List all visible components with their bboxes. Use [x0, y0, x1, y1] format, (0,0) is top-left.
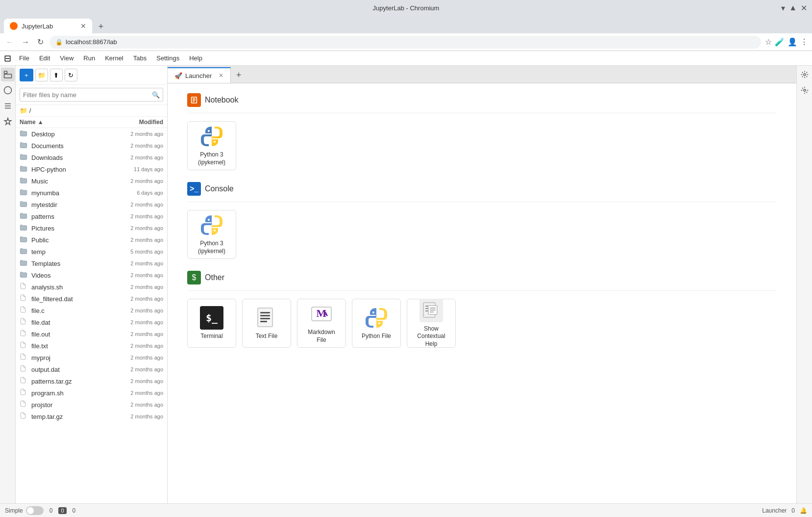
reload-button[interactable]: ↻ [35, 35, 46, 49]
list-item[interactable]: Templates2 months ago [16, 258, 167, 269]
contextual-help-card[interactable]: Show Contextual Help [407, 299, 456, 348]
bell-icon[interactable]: 🔔 [800, 507, 807, 514]
svg-rect-18 [260, 321, 267, 322]
file-modified: 2 months ago [104, 237, 163, 243]
svg-point-11 [214, 141, 216, 143]
col-name-header[interactable]: Name ▲ [20, 119, 104, 126]
right-settings-icon[interactable] [798, 68, 812, 81]
pythonfile-card[interactable]: Python File [352, 299, 401, 348]
svg-point-13 [214, 230, 216, 232]
menu-settings[interactable]: Settings [152, 52, 183, 64]
window-minimize[interactable]: ▾ [781, 3, 785, 13]
svg-point-2 [4, 87, 11, 94]
list-item[interactable]: Pictures2 months ago [16, 222, 167, 234]
list-item[interactable]: patterns2 months ago [16, 210, 167, 222]
bookmark-icon[interactable]: ☆ [765, 37, 772, 47]
list-item[interactable]: temp.tar.gz2 months ago [16, 411, 167, 422]
rail-commands-icon[interactable] [1, 99, 15, 113]
list-item[interactable]: patterns.tar.gz2 months ago [16, 375, 167, 387]
new-folder-button[interactable]: 📁 [35, 69, 48, 81]
markdown-card[interactable]: M Markdown File [297, 299, 346, 348]
list-item[interactable]: program.sh2 months ago [16, 387, 167, 399]
url-text: localhost:8867/lab [66, 38, 117, 46]
list-item[interactable]: projstor2 months ago [16, 399, 167, 411]
menu-tabs[interactable]: Tabs [129, 52, 150, 64]
file-modified: 2 months ago [104, 213, 163, 219]
refresh-icon: ↻ [68, 72, 74, 79]
list-item[interactable]: file.txt2 months ago [16, 340, 167, 352]
list-item[interactable]: HPC-python11 days ago [16, 163, 167, 175]
extensions-icon[interactable]: 🧪 [775, 37, 785, 47]
menu-icon[interactable]: ⋮ [800, 37, 808, 47]
menu-edit[interactable]: Edit [35, 52, 54, 64]
upload-button[interactable]: ⬆ [50, 69, 63, 81]
back-button[interactable]: ← [4, 36, 16, 49]
refresh-button[interactable]: ↻ [65, 69, 77, 81]
list-item[interactable]: Music2 months ago [16, 175, 167, 187]
list-item[interactable]: file.c2 months ago [16, 305, 167, 316]
cursor-value: 0 [73, 507, 76, 514]
list-item[interactable]: mytestdir2 months ago [16, 199, 167, 210]
list-item[interactable]: Downloads2 months ago [16, 152, 167, 163]
file-name: file.c [31, 307, 104, 314]
new-tab-btn[interactable]: + [231, 67, 246, 83]
lock-icon: 🔒 [55, 39, 63, 46]
file-icon [20, 306, 28, 315]
file-modified: 2 months ago [104, 331, 163, 337]
list-item[interactable]: file_filtered.dat2 months ago [16, 293, 167, 305]
rail-files-icon[interactable] [1, 68, 15, 81]
menu-help[interactable]: Help [185, 52, 206, 64]
file-name: Desktop [31, 130, 104, 138]
filter-input[interactable] [23, 91, 150, 99]
list-item[interactable]: analysis.sh2 months ago [16, 281, 167, 293]
forward-button[interactable]: → [20, 36, 31, 49]
list-item[interactable]: myproj2 months ago [16, 352, 167, 363]
markdown-card-icon: M [310, 302, 333, 326]
browser-toolbar: ☆ 🧪 👤 ⋮ [765, 37, 808, 47]
tab-close-button[interactable]: ✕ [80, 22, 86, 30]
tab-bar: 🚀 Launcher ✕ + [168, 66, 796, 83]
menu-run[interactable]: Run [79, 52, 99, 64]
folder-icon [20, 235, 28, 244]
list-item[interactable]: mynumba6 days ago [16, 187, 167, 199]
browser-tab-jupyterlab[interactable]: JupyterLab ✕ [4, 19, 92, 33]
svg-rect-0 [4, 71, 7, 74]
list-item[interactable]: file.out2 months ago [16, 328, 167, 340]
file-modified: 2 months ago [104, 343, 163, 349]
new-launcher-button[interactable]: + [20, 69, 33, 81]
toggle-knob [27, 507, 34, 514]
list-item[interactable]: temp5 months ago [16, 246, 167, 258]
console-python3-card[interactable]: Python 3(ipykernel) [187, 210, 236, 259]
textfile-card[interactable]: Text File [242, 299, 291, 348]
rail-running-icon[interactable] [1, 83, 15, 97]
rail-extensions-icon[interactable] [1, 115, 15, 129]
notebook-python3-card[interactable]: Python 3(ipykernel) [187, 121, 236, 170]
simple-toggle-switch[interactable] [26, 506, 44, 515]
main-area: 🚀 Launcher ✕ + Notebook [168, 66, 796, 503]
list-item[interactable]: Desktop2 months ago [16, 128, 167, 140]
file-name: output.dat [31, 366, 104, 373]
url-bar[interactable]: 🔒 localhost:8867/lab [49, 36, 761, 49]
list-item[interactable]: file.dat2 months ago [16, 316, 167, 328]
menu-kernel[interactable]: Kernel [101, 52, 127, 64]
folder-icon [20, 224, 28, 233]
new-tab-button[interactable]: + [94, 20, 108, 33]
file-modified: 2 months ago [104, 355, 163, 361]
window-close[interactable]: ✕ [801, 3, 807, 13]
right-inspector-icon[interactable] [798, 83, 812, 97]
notebook-section-title: Notebook [187, 93, 777, 107]
list-item[interactable]: Documents2 months ago [16, 140, 167, 152]
folder-icon [20, 129, 28, 138]
profile-icon[interactable]: 👤 [787, 37, 797, 47]
file-name: HPC-python [31, 166, 104, 173]
list-item[interactable]: Public2 months ago [16, 234, 167, 246]
menu-file[interactable]: File [15, 52, 33, 64]
launcher-tab-close[interactable]: ✕ [219, 72, 223, 79]
launcher-tab[interactable]: 🚀 Launcher ✕ [168, 67, 231, 83]
simple-mode-toggle[interactable]: Simple [5, 506, 44, 515]
menu-view[interactable]: View [56, 52, 77, 64]
window-maximize[interactable]: ▲ [789, 3, 797, 13]
terminal-card[interactable]: $_ Terminal [187, 299, 236, 348]
list-item[interactable]: output.dat2 months ago [16, 363, 167, 375]
list-item[interactable]: Videos2 months ago [16, 269, 167, 281]
